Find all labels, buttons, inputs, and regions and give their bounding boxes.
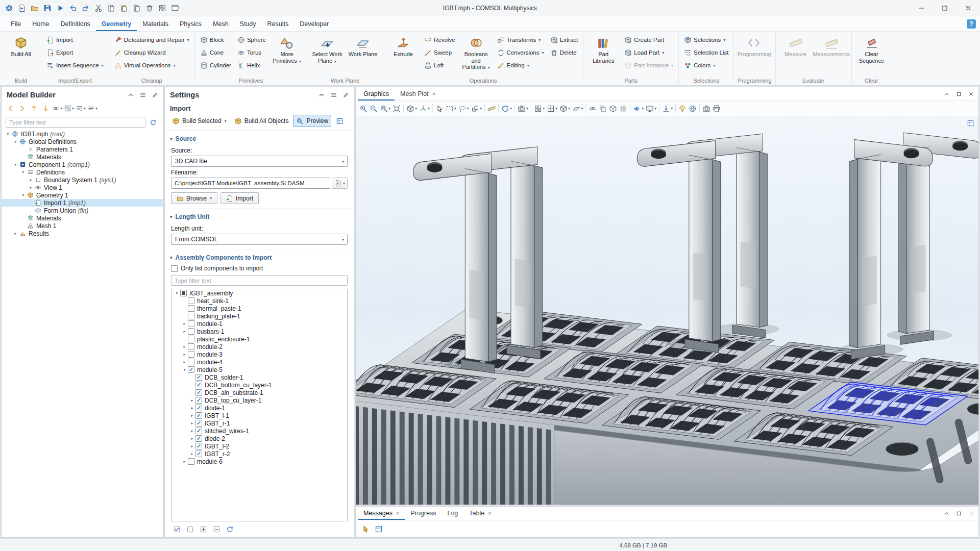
assembly-item-module-5[interactable]: ▾module-5 [172,366,347,373]
menu-tab-file[interactable]: File [5,16,27,31]
collapse-panel-button[interactable] [941,89,952,99]
checkbox[interactable] [195,405,202,411]
checkbox[interactable] [188,359,194,365]
expander-icon[interactable]: ▸ [189,429,195,433]
menu-tab-mesh[interactable]: Mesh [207,16,234,31]
measure-button[interactable] [486,103,497,115]
box-select-button[interactable]: ▾ [445,103,457,115]
collapse-head-button[interactable] [125,90,136,100]
block-button[interactable]: Block [198,34,234,46]
view-1-button[interactable]: ▾ [533,103,546,115]
tree-item-component-1[interactable]: ▾Component 1(comp1) [2,161,163,168]
tree-item-materials[interactable]: Materials [2,214,163,222]
checkbox[interactable] [188,328,194,335]
expander-icon[interactable]: ▾ [12,139,19,144]
panel-menu-button[interactable] [328,90,339,100]
assembly-item-dcb-aln-substrate-1[interactable]: DCB_aln_substrate-1 [172,389,347,396]
paste-button[interactable] [118,2,130,14]
close-tab-icon[interactable]: × [432,91,435,97]
checkbox[interactable] [188,458,194,465]
float-panel-button[interactable] [953,508,964,518]
expander-icon[interactable]: ▸ [181,352,188,357]
scene-light-button[interactable] [677,103,688,115]
expander-icon[interactable]: ▾ [174,291,180,295]
redo-button[interactable] [80,2,92,14]
expander-icon[interactable]: ▸ [189,421,195,425]
expander-icon[interactable]: ▸ [181,329,188,334]
refresh-button[interactable] [148,117,159,128]
sphere-button[interactable]: Sphere [235,34,268,46]
copy-image-button[interactable]: ▾ [517,103,529,115]
assembly-item-backing-plate-1[interactable]: backing_plate-1 [172,312,347,320]
move-up-button[interactable] [28,103,39,113]
show-options-button[interactable]: ▾ [52,103,63,113]
defeaturing-and-repair-button[interactable]: Defeaturing and Repair▾ [112,34,192,46]
assembly-item-dcb-top-cu-layer-1[interactable]: ▸DCB_top_cu_layer-1 [172,396,347,404]
menu-tab-developer[interactable]: Developer [294,16,334,31]
view-2-button[interactable]: ▾ [546,103,558,115]
clear-sequence-button[interactable]: Clear Sequence [854,34,889,73]
select-boundaries-button[interactable]: ▾ [571,103,584,115]
assembly-item-module-3[interactable]: ▸module-3 [172,350,347,358]
tab-table[interactable]: Table× [463,507,497,520]
lasso-select-button[interactable]: ▾ [457,103,470,115]
length-unit-select[interactable]: From COMSOL▾ [171,234,348,245]
tab-progress[interactable]: Progress [405,507,442,520]
assembly-item-dcb-solder-1[interactable]: DCB_solder-1 [172,373,347,381]
menu-tab-definitions[interactable]: Definitions [55,16,96,31]
select-tool-button[interactable] [434,103,445,115]
preview-button[interactable]: Preview [293,115,331,127]
assembly-item-busbars-1[interactable]: ▸busbars-1 [172,328,347,335]
toolbar-options-button[interactable]: ▾ [87,103,98,113]
close-tab-icon[interactable]: × [488,510,491,516]
tree-item-results[interactable]: ▸Results [2,230,163,237]
sweep-button[interactable]: Sweep [422,46,458,59]
expand-list-button[interactable] [198,524,209,534]
measurements-button[interactable]: Measurements [814,34,849,73]
menu-tab-physics[interactable]: Physics [174,16,207,31]
assembly-item-heat-sink-1[interactable]: heat_sink-1 [172,297,347,305]
expander-icon[interactable]: ▾ [5,132,11,136]
loft-button[interactable]: Loft [422,59,458,71]
export-button[interactable]: Export [44,46,106,59]
menu-tab-study[interactable]: Study [234,16,262,31]
checkbox[interactable] [180,290,187,296]
environment-button[interactable] [688,103,698,115]
tree-item-global-definitions[interactable]: ▾Global Definitions [2,138,163,145]
assembly-item-dcb-bottom-cu-layer-1[interactable]: DCB_bottom_cu_layer-1 [172,381,347,389]
group-options-button[interactable]: ▾ [63,103,75,113]
assembly-item-igbt-l-2[interactable]: ▸IGBT_l-2 [172,442,347,450]
nav-forward-button[interactable] [16,103,28,113]
3d-model-scene[interactable] [356,116,978,505]
refresh-list-button[interactable] [224,524,235,534]
cone-button[interactable]: Cone [198,46,234,59]
expander-icon[interactable]: ▾ [20,193,27,197]
checkbox[interactable] [195,443,202,449]
insert-sequence-button[interactable]: Insert Sequence▾ [44,59,106,71]
collapse-head-button[interactable] [316,90,327,100]
build-all-objects-button[interactable]: Build All Objects [231,115,292,127]
checkbox[interactable] [195,374,202,381]
float-panel-button[interactable] [953,89,964,99]
new-file-button[interactable] [16,2,28,14]
menu-tab-materials[interactable]: Materials [137,16,174,31]
snapshot-button[interactable] [701,103,712,115]
app-logo-button[interactable] [3,2,15,14]
tree-item-view-1[interactable]: ▸View 1 [2,184,163,191]
rotate-view-button[interactable]: ▾ [500,103,513,115]
selection-list-button[interactable]: Selection List [681,46,731,59]
pointer-msg-button[interactable] [360,524,371,534]
print-button[interactable] [712,103,722,115]
expander-icon[interactable]: ▸ [189,406,195,410]
work-plane-button[interactable]: Work Plane [346,34,380,73]
checkbox[interactable] [195,428,202,434]
undo-button[interactable] [67,2,79,14]
expander-icon[interactable]: ▸ [189,436,195,441]
extrude-button[interactable]: Extrude [386,34,421,73]
expander-icon[interactable]: ▾ [181,367,188,372]
revolve-button[interactable]: Revolve [422,34,458,46]
expander-icon[interactable]: ▾ [12,162,19,167]
viewport-settings-icon[interactable] [967,119,974,127]
preview-options-button[interactable] [333,115,347,127]
assembly-item-igbt-assembly[interactable]: ▾IGBT_assembly [172,289,347,297]
